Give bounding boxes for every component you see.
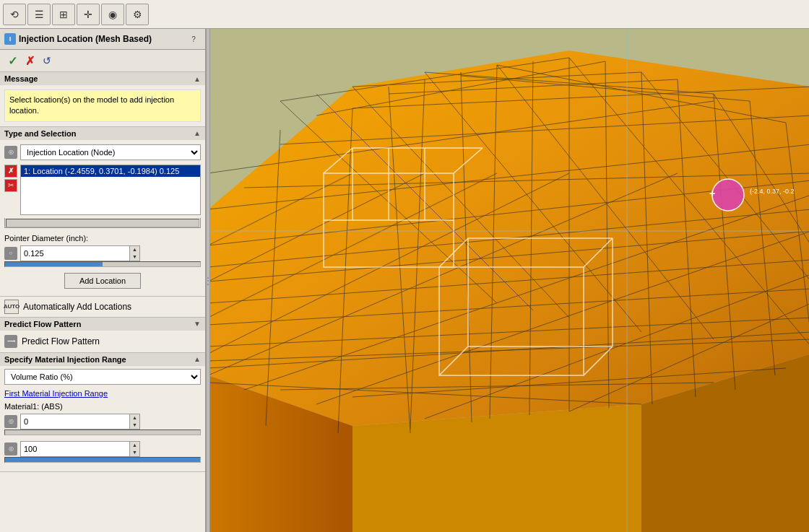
toolbar-btn-undo[interactable]: ⟲ <box>3 4 26 25</box>
predict-flow-label: Predict Flow Pattern <box>4 320 81 328</box>
cancel-btn[interactable]: ✗ <box>22 53 38 69</box>
predict-flow-header[interactable]: Predict Flow Pattern ▼ <box>0 318 205 331</box>
type-selection-section: Type and Selection ▲ ◎ Injection Locatio… <box>0 127 205 297</box>
toolbar-btn-crosshair[interactable]: ✛ <box>77 4 100 25</box>
material-section-label: Specify Material Injection Range <box>4 355 126 364</box>
material-v2-down[interactable]: ▼ <box>129 449 139 456</box>
message-label: Message <box>4 74 38 83</box>
injection-marker <box>712 179 744 211</box>
message-section: Message ▲ Select location(s) on the mode… <box>0 72 205 127</box>
spin-up-btn[interactable]: ▲ <box>129 246 139 253</box>
top-toolbar: ⟲ ☰ ⊞ ✛ ◉ ⚙ <box>0 0 809 29</box>
viewport[interactable]: Top Casing Final (1 - Def... Shading Mod… <box>210 29 809 532</box>
material-slider-2[interactable] <box>4 457 201 463</box>
predict-flow-text: Predict Flow Pattern <box>22 336 100 346</box>
pointer-diameter-section: Pointer Diameter (inch): ○ ▲ ▼ <box>4 234 201 267</box>
list-scrollbar[interactable] <box>4 218 201 228</box>
first-material-link[interactable]: First Material Injection Range <box>4 388 201 399</box>
confirm-btn[interactable]: ✓ <box>4 53 20 69</box>
spin-buttons: ▲ ▼ <box>129 246 139 261</box>
panel-title-wrap: I Injection Location (Mesh Based) <box>4 33 152 45</box>
message-text: Select location(s) on the model to add i… <box>9 95 174 115</box>
auto-icon: AUTO <box>4 300 19 314</box>
material-collapse-arrow: ▲ <box>194 355 201 363</box>
type-selection-content: ◎ Injection Location (Node) ✗ ✂ <box>0 140 205 296</box>
predict-flow-row[interactable]: ⟶ Predict Flow Pattern <box>0 331 205 352</box>
toolbar-btn-menu[interactable]: ☰ <box>27 4 51 25</box>
panel-icon: I <box>4 33 16 45</box>
material-value1-input[interactable] <box>21 414 129 429</box>
diameter-icon: ○ <box>4 247 17 260</box>
location-item[interactable]: 1: Location (-2.4559, 0.3701, -0.1984) 0… <box>21 165 200 177</box>
material-injection-section: Specify Material Injection Range ▲ Volum… <box>0 353 205 472</box>
toolbar-btn-grid[interactable]: ⊞ <box>52 4 75 25</box>
dropdown-row: ◎ Injection Location (Node) <box>4 144 201 160</box>
auto-add-label: Automatically Add Locations <box>23 302 131 312</box>
auto-add-row[interactable]: AUTO Automatically Add Locations <box>0 297 205 317</box>
message-box: Select location(s) on the model to add i… <box>4 90 201 122</box>
volume-ratio-select[interactable]: Volume Ratio (%) <box>4 369 201 385</box>
delete-location-btn[interactable]: ✗ <box>4 165 17 178</box>
material-label: Material1: (ABS) <box>4 402 201 411</box>
main-area: I Injection Location (Mesh Based) ? ✓ ✗ … <box>0 29 809 532</box>
predict-collapse-arrow: ▼ <box>194 320 201 328</box>
material-value2-wrap: ▲ ▼ <box>20 441 140 457</box>
mesh-svg: (-2.4, 0.37, -0.2 + <box>210 29 809 532</box>
location-value: 1: Location (-2.4559, 0.3701, -0.1984) 0… <box>24 167 179 175</box>
predict-flow-section: Predict Flow Pattern ▼ ⟶ Predict Flow Pa… <box>0 318 205 353</box>
node-icon: ◎ <box>4 146 17 159</box>
material-value2-input[interactable] <box>21 442 129 456</box>
panel-title: Injection Location (Mesh Based) <box>19 34 152 44</box>
location-list[interactable]: 1: Location (-2.4559, 0.3701, -0.1984) 0… <box>20 165 201 215</box>
injection-type-select[interactable]: Injection Location (Node) <box>20 144 201 160</box>
svg-text:+: + <box>709 188 715 199</box>
material-v1-down[interactable]: ▼ <box>129 422 139 429</box>
list-scroll-track[interactable] <box>6 219 199 227</box>
pointer-diameter-input[interactable] <box>21 246 129 261</box>
panel-header: I Injection Location (Mesh Based) ? <box>0 29 205 50</box>
type-selection-label: Type and Selection <box>4 129 76 138</box>
add-location-btn[interactable]: Add Location <box>64 273 141 289</box>
toolbar-btn-settings[interactable]: ⚙ <box>126 4 149 25</box>
panel-actions: ✓ ✗ ↺ <box>0 50 205 72</box>
material-slider-1[interactable] <box>4 429 201 435</box>
toolbar-btn-pie[interactable]: ◉ <box>101 4 124 25</box>
material-v2-up[interactable]: ▲ <box>129 442 139 449</box>
type-selection-header[interactable]: Type and Selection ▲ <box>0 127 205 140</box>
pointer-diameter-input-wrap: ▲ ▼ <box>20 245 140 261</box>
pointer-diameter-row: Pointer Diameter (inch): <box>4 234 201 243</box>
material-section-header[interactable]: Specify Material Injection Range ▲ <box>0 353 205 366</box>
pointer-diameter-slider[interactable] <box>4 261 201 267</box>
predict-icon: ⟶ <box>4 335 17 348</box>
scissors-btn[interactable]: ✂ <box>4 179 17 192</box>
auto-add-section: AUTO Automatically Add Locations <box>0 297 205 318</box>
left-panel: I Injection Location (Mesh Based) ? ✓ ✗ … <box>0 29 206 532</box>
reset-btn[interactable]: ↺ <box>39 53 55 69</box>
svg-marker-3 <box>352 404 641 532</box>
spin-down-btn[interactable]: ▼ <box>129 253 139 261</box>
material-icon-1: ◎ <box>4 415 17 428</box>
help-btn[interactable]: ? <box>186 32 201 46</box>
type-selection-collapse: ▲ <box>194 129 201 137</box>
material-v1-up[interactable]: ▲ <box>129 414 139 422</box>
volume-ratio-wrap: Volume Ratio (%) First Material Injectio… <box>0 366 205 471</box>
message-collapse-arrow: ▲ <box>194 75 201 83</box>
pointer-diameter-label: Pointer Diameter (inch): <box>4 234 201 243</box>
material-value1-wrap: ▲ ▼ <box>20 414 140 429</box>
material-icon-2: ◎ <box>4 442 17 455</box>
message-section-header[interactable]: Message ▲ <box>0 72 205 85</box>
svg-text:(-2.4, 0.37, -0.2: (-2.4, 0.37, -0.2 <box>750 188 795 195</box>
